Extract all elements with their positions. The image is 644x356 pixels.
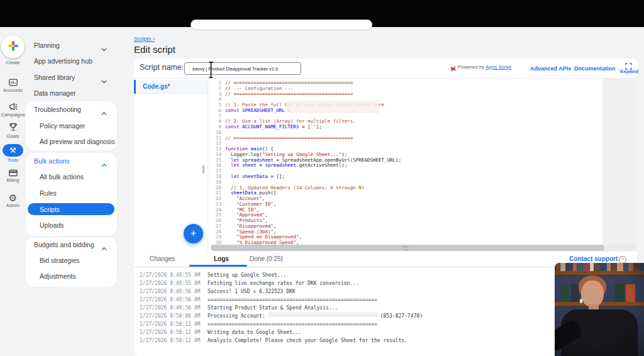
- sidebar-item-troubleshooting[interactable]: Troubleshooting: [34, 106, 81, 113]
- rail-item-goals-label[interactable]: Goals: [0, 133, 26, 139]
- editor-right-margin: [602, 79, 637, 252]
- webcam-overlay: [555, 263, 644, 356]
- file-tab-label: Code.gs*: [143, 83, 170, 90]
- create-plus-icon: [8, 41, 18, 53]
- chevron-up-icon[interactable]: [101, 242, 108, 248]
- sidebar-item-adjustments[interactable]: Adjustments: [40, 272, 76, 280]
- advanced-apis-link[interactable]: Advanced APIs: [530, 65, 571, 72]
- sidebar-item-uploads[interactable]: Uploads: [40, 221, 64, 229]
- vignette: [555, 263, 644, 356]
- sidebar-item-app-advertising-hub[interactable]: App advertising hub: [34, 57, 92, 65]
- add-file-fab[interactable]: +: [184, 224, 203, 243]
- rail-item-tools-label[interactable]: Tools: [0, 157, 26, 163]
- file-tab-active-bar: [134, 80, 136, 94]
- sidebar-item-ad-preview-and-diagnosis[interactable]: Ad preview and diagnosis: [40, 138, 115, 145]
- script-name-input[interactable]: savvy | Product Disapproval Tracker v1.0: [184, 62, 301, 75]
- code-line: 6const SPREADSHEET_URL =: [211, 108, 601, 114]
- sidebar-item-scripts-label[interactable]: Scripts: [40, 206, 60, 213]
- sidebar-item-shared-library[interactable]: Shared library: [34, 74, 75, 81]
- tab-changes[interactable]: Changes: [150, 255, 175, 262]
- redacted-url-blur: [286, 101, 379, 113]
- chevron-down-icon[interactable]: [101, 75, 108, 81]
- unsaved-marker: *: [167, 83, 170, 90]
- rail-item-create-label: Create: [0, 60, 26, 65]
- sidebar-item-rules[interactable]: Rules: [40, 189, 57, 197]
- chevron-up-icon[interactable]: [101, 107, 108, 113]
- tools-button[interactable]: ⚒: [3, 144, 23, 157]
- create-button[interactable]: [1, 35, 25, 58]
- code-line: 25 "Approved",: [211, 213, 601, 218]
- panel-resize-grip[interactable]: [203, 165, 204, 174]
- expand-button-label[interactable]: Expand: [620, 69, 638, 74]
- code-line: 11// ===================================…: [211, 136, 601, 142]
- documentation-link[interactable]: Documentation: [574, 65, 616, 72]
- code-lines: 1// ====================================…: [211, 81, 601, 245]
- tab-logs[interactable]: Logs: [214, 255, 229, 262]
- chevron-up-icon[interactable]: [101, 159, 108, 165]
- code-line: 16 let sheet = spreadsheet.getActiveShee…: [211, 163, 601, 169]
- file-panel-divider: [208, 79, 208, 252]
- powered-by-text: Powered by: [458, 64, 484, 70]
- chevron-down-icon[interactable]: [101, 43, 108, 49]
- sidebar-item-bid-strategies[interactable]: Bid strategies: [40, 257, 80, 264]
- script-name-label: Script name:: [140, 63, 184, 72]
- powered-by-apps-script: Powered by Apps Script: [458, 64, 511, 70]
- sidebar-item-policy-manager[interactable]: Policy manager: [40, 122, 85, 130]
- screen: Create Accounts Campaigns Goals ⚒ Tools …: [0, 0, 644, 356]
- code-line: 24 "MC ID",: [211, 208, 601, 213]
- page-title: Edit script: [134, 44, 175, 55]
- billing-icon[interactable]: [8, 167, 18, 178]
- rail-item-campaigns-label[interactable]: Campaigns: [0, 112, 26, 118]
- code-line: 23 "Customer ID",: [211, 202, 601, 208]
- tools-icon: ⚒: [9, 147, 16, 154]
- rail-item-accounts-label[interactable]: Accounts: [0, 87, 26, 93]
- campaigns-icon[interactable]: [8, 101, 18, 112]
- code-line: 21 sheetData.push([: [211, 191, 601, 196]
- rail-item-billing-label[interactable]: Billing: [0, 177, 26, 183]
- code-editor-area[interactable]: 1// ====================================…: [211, 81, 601, 245]
- accounts-icon[interactable]: [8, 77, 18, 87]
- apps-script-link[interactable]: Apps Script: [486, 64, 511, 70]
- sidebar-item-budgets-and-bidding[interactable]: Budgets and bidding: [34, 241, 94, 248]
- code-line: 9const ACCOUNT_NAME_FILTERS = [''];: [211, 125, 601, 130]
- rail-item-admin-label[interactable]: Admin: [0, 203, 26, 208]
- admin-gear-icon[interactable]: ⚙: [8, 192, 18, 203]
- scrollbar-grip-icon: [402, 247, 409, 250]
- goals-icon[interactable]: [8, 121, 18, 132]
- code-line: 3// ====================================…: [211, 92, 601, 97]
- tab-done[interactable]: Done (0:25): [250, 255, 283, 262]
- sidebar-item-data-manager[interactable]: Data manager: [34, 89, 76, 97]
- sidebar-item-planning[interactable]: Planning: [34, 42, 60, 49]
- top-search-bar[interactable]: [191, 19, 372, 30]
- file-name: Code.gs: [143, 83, 167, 90]
- contact-support-link[interactable]: Contact support: [569, 255, 618, 262]
- sidebar-item-bulk-actions[interactable]: Bulk actions: [34, 157, 70, 165]
- breadcrumb[interactable]: Scripts ›: [134, 36, 155, 42]
- code-line: 18 let sheetData = [];: [211, 174, 601, 180]
- text-cursor-icon: [208, 61, 214, 81]
- sidebar-item-all-bulk-actions[interactable]: All bulk actions: [40, 173, 84, 181]
- apps-script-logo-icon: [450, 64, 457, 75]
- redacted-account-name: [268, 312, 378, 317]
